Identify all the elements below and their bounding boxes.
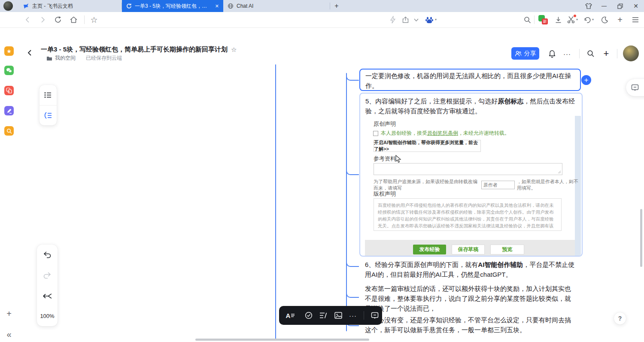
browser-menu-button[interactable] [630,15,641,25]
original-author-input[interactable] [481,181,515,189]
resize-handle-icon[interactable] [558,170,561,174]
paragraph-text: 5、内容编辑好了之后，注意根据提示，勾选好原创标志，然后点击发布经验，之后就等待… [360,94,582,116]
fit-width-button[interactable] [37,286,58,306]
add-node-button[interactable]: + [581,75,591,85]
notification-dot [574,15,576,17]
undo-icon [583,16,591,24]
more-format-button[interactable]: ··· [349,312,357,319]
bell-icon [548,50,556,58]
new-tab-button[interactable]: + [332,1,341,11]
wechat-icon [6,68,12,73]
comment-button[interactable] [371,312,379,319]
form-original-heading: 原创声明 [374,120,396,128]
home-button[interactable] [68,14,79,25]
connector-block1 [346,74,359,81]
screenshot-button[interactable]: ▾ [567,15,578,25]
node-step6[interactable]: 6、经验分享页面原创声明的下面，就有AI智能创作辅助，平台是不禁止使用AI的，但… [365,260,576,279]
dark-mode-button[interactable] [599,15,610,25]
view-switch-panel [39,85,57,125]
text-style-button[interactable]: A [283,312,298,319]
sidebar-search-button[interactable] [4,126,14,136]
tab-feishu-home[interactable]: 主页 - 飞书云文档 [19,0,122,12]
translate-extension-button[interactable]: 新 [538,15,548,24]
sidebar-collapse-button[interactable]: « [3,329,15,340]
outline-view-button[interactable] [39,85,57,106]
theme-skin-button[interactable] [581,0,596,12]
sidebar-translate-button[interactable]: A [4,86,14,95]
text-run: 6、经验分享页面原创声明的下面，就有 [365,261,478,268]
browser-profile-avatar[interactable] [3,1,13,11]
reference-textarea[interactable] [374,163,562,175]
home-icon [70,16,78,24]
doc-back-button[interactable] [25,48,34,58]
toolbar-search-button[interactable] [522,15,532,25]
tab-active-document[interactable]: 一单3 - 5块，写经验领红包，简单易 ✕ [122,0,223,12]
source-note-post: ，如果您就是作者本人，则不用填写。 [517,179,581,191]
browser-toolbar: ☆ ▾ [0,12,644,28]
tab-title: 主页 - 飞书云文档 [32,3,118,10]
mouse-cursor [395,155,401,163]
toolbar-expand-button[interactable] [411,15,421,25]
sidebar-favorites-button[interactable]: ★ [4,46,14,56]
boost-button[interactable] [388,15,398,25]
node-paragraph-reward[interactable]: 发布第一篇审核过后的话，还可以额外获得十块的奖励，加入计划其实也不是很难，整体要… [365,284,576,313]
reload-button[interactable] [52,14,64,25]
list-format-button[interactable] [319,312,328,319]
bookmark-star-button[interactable]: ☆ [88,14,100,25]
doc-create-button[interactable]: + [601,48,612,60]
add-panel-button[interactable]: + [615,14,625,25]
ai-assist-banner[interactable]: 开启AI智能创作辅助，帮你获得更多浏览量，前去了解>> [374,140,481,152]
share-label: 分享 [524,50,536,58]
form-reference-heading: 参考资料 [374,155,396,163]
comment-icon [631,84,639,91]
publish-button[interactable]: 发布经验 [413,245,446,254]
share-page-button[interactable] [400,15,410,25]
tab-chat-ai[interactable]: Chat AI [223,0,330,12]
doc-search-button[interactable] [586,48,596,59]
notifications-button[interactable] [547,48,557,59]
save-draft-button[interactable]: 保存草稿 [452,245,485,254]
share-button[interactable]: 分享 [511,47,539,60]
nav-back-button[interactable] [22,14,33,25]
downloads-button[interactable] [553,15,563,25]
minimize-button[interactable]: — [597,0,611,12]
browser-tab-bar: 主页 - 飞书云文档 一单3 - 5块，写经验领红包，简单易 ✕ Chat AI… [0,0,644,12]
caret-down-icon: ▾ [576,18,578,21]
undo-button[interactable] [37,245,58,265]
vertical-scrollbar[interactable] [640,209,642,267]
connector-block2 [346,168,359,175]
form-footer-bar: 发布经验 保存草稿 预览 [365,240,575,256]
original-checkbox[interactable] [373,131,378,136]
node-paragraph-core[interactable]: 但核心没有变，还是分享知识经验，不管平台怎么设定，只要有时间去搞这个，新手可以做… [365,315,576,335]
user-avatar[interactable] [623,45,639,61]
insert-image-button[interactable] [334,312,342,319]
tab-close-icon[interactable]: ✕ [215,3,219,9]
sidebar-add-button[interactable]: + [3,308,15,319]
help-button[interactable]: ? [614,312,626,324]
comments-panel-toggle[interactable] [626,79,644,96]
zoom-level[interactable]: 100% [37,306,58,325]
doc-star-icon[interactable]: ☆ [231,46,237,54]
feishu-favicon [23,3,29,9]
nav-forward-button[interactable] [37,14,48,25]
breadcrumb-space[interactable]: 我的空间 [55,54,76,62]
text-run: ，未经允许谢绝转载。 [458,130,510,136]
preview-button[interactable]: 预览 [490,245,524,254]
node-selected-paragraph[interactable]: 一定要润色修改，机器的用词是无法跟人相比的，而且很多少使用AI在操作。 [359,69,581,91]
sidebar-wechat-button[interactable] [4,66,14,75]
check-task-button[interactable] [305,312,313,319]
original-rules-link[interactable]: 原创奖惩条例 [427,130,458,136]
redo-button[interactable] [37,265,58,286]
mindnote-view-button[interactable] [39,106,57,125]
baidu-paw-icon [425,15,434,24]
sidebar-notes-button[interactable] [4,106,14,115]
history-undo-button[interactable]: ▾ [583,15,594,25]
source-note-pre: 为了帮助用户追溯来源，如果该经验是由转载改编而来，请填写 [374,179,479,191]
restore-button[interactable] [613,0,627,12]
branch-line-level1 [275,64,276,339]
doc-more-button[interactable]: ··· [562,48,573,59]
horizontal-scrollbar[interactable] [195,339,369,341]
baidu-extension-button[interactable]: ▾ [425,15,437,25]
window-close-button[interactable]: ✕ [629,0,643,12]
outline-list-icon [44,92,52,98]
